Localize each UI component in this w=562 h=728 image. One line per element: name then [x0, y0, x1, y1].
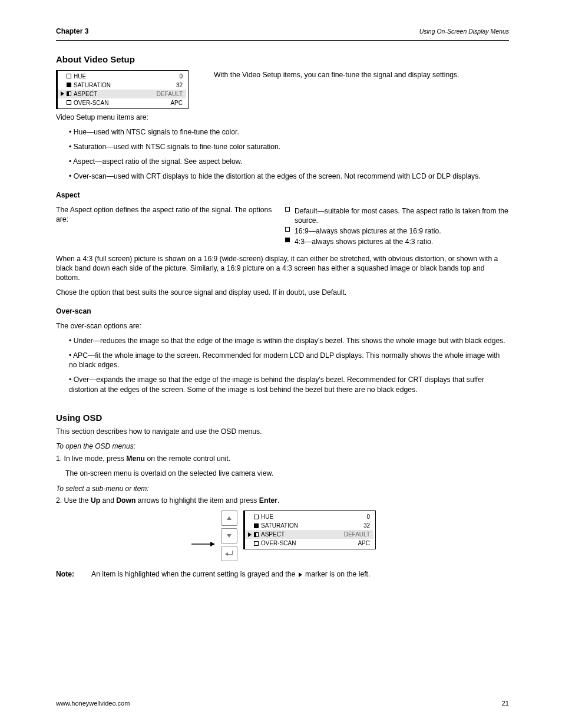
square-empty-icon	[254, 515, 259, 519]
square-half-icon	[254, 532, 259, 537]
osd-label: HUE	[74, 73, 177, 80]
step-1: 1. In live mode, press Menu on the remot…	[56, 454, 509, 463]
video-setup-intro: With the Video Setup items, you can fine…	[214, 70, 509, 80]
overscan-option-apc: • APC—fit the whole image to the screen.…	[69, 351, 509, 370]
osd-value: APC	[358, 539, 373, 547]
overscan-option-under: • Under—reduces the image so that the ed…	[69, 336, 509, 345]
menu-items-intro: Video Setup menu items are:	[56, 113, 509, 122]
triangle-up-icon	[227, 516, 232, 520]
chapter-label: Chapter 3	[56, 27, 88, 37]
enter-key[interactable]	[221, 546, 237, 561]
option-text: Default—suitable for most cases. The asp…	[295, 206, 509, 225]
osd-label: SATURATION	[261, 522, 361, 529]
square-empty-icon	[67, 100, 71, 105]
note-label: Note:	[56, 569, 83, 579]
osd-value: 0	[366, 513, 373, 521]
subhead-select-item: To select a sub-menu or item:	[56, 485, 509, 494]
osd-menu-figure: HUE 0 SATURATION 32 ASPECT DEFAULT	[56, 70, 189, 109]
step-2: 2. Use the Up and Down arrows to highlig…	[56, 496, 509, 505]
using-osd-intro: This section describes how to navigate a…	[56, 427, 509, 436]
bullet-saturation: • Saturation—used with NTSC signals to f…	[69, 142, 509, 151]
enter-icon	[226, 551, 233, 556]
page-header: Chapter 3 Using On-Screen Display Menus	[56, 27, 509, 41]
bullet-overscan: • Over-scan—used with CRT displays to hi…	[69, 172, 509, 181]
square-half-icon	[67, 91, 71, 96]
osd-row-hue: HUE 0	[58, 72, 186, 81]
square-empty-icon	[285, 227, 290, 232]
osd-value: DEFAULT	[344, 531, 373, 538]
osd-label: SATURATION	[74, 81, 174, 89]
aspect-note-2: Chose the option that best suits the sou…	[56, 288, 509, 297]
osd-label: ASPECT	[74, 90, 154, 98]
osd-row-hue: HUE 0	[245, 512, 373, 521]
bullet-aspect: • Aspect—aspect ratio of the signal. See…	[69, 157, 509, 166]
caret-right-icon	[299, 572, 302, 577]
caret-right-icon	[61, 91, 64, 96]
aspect-intro: The Aspect option defines the aspect rat…	[56, 205, 273, 224]
note-block: Note: An item is highlighted when the cu…	[56, 569, 509, 579]
osd-value: 32	[363, 522, 373, 529]
overscan-intro: The over-scan options are:	[56, 321, 509, 331]
osd-row-aspect: ASPECT DEFAULT	[58, 90, 186, 98]
osd-label: OVER-SCAN	[74, 99, 168, 107]
aspect-option-default: Default—suitable for most cases. The asp…	[285, 206, 509, 225]
square-empty-icon	[285, 207, 290, 212]
osd-label: OVER-SCAN	[261, 539, 355, 547]
osd-row-overscan: OVER-SCAN APC	[245, 539, 373, 548]
osd-row-saturation: SATURATION 32	[245, 521, 373, 530]
page-footer: www.honeywellvideo.com 21	[56, 699, 509, 708]
osd-value: APC	[170, 99, 186, 107]
down-key[interactable]	[221, 528, 237, 543]
option-text: 4:3—always shows pictures at the 4:3 rat…	[295, 237, 509, 246]
osd-row-overscan: OVER-SCAN APC	[58, 98, 186, 107]
osd-row-saturation: SATURATION 32	[58, 81, 186, 90]
osd-menu-figure-2: HUE 0 SATURATION 32 ASPECT DEFAULT	[243, 510, 376, 549]
chapter-subtitle: Using On-Screen Display Menus	[419, 28, 509, 36]
aspect-heading: Aspect	[56, 191, 80, 199]
square-filled-icon	[254, 523, 259, 528]
footer-link: www.honeywellvideo.com	[56, 699, 130, 708]
caret-right-icon	[248, 532, 252, 537]
osd-value: 0	[179, 73, 186, 80]
overscan-option-over: • Over—expands the image so that the edg…	[69, 375, 509, 394]
square-empty-icon	[254, 541, 259, 546]
overscan-heading: Over-scan	[56, 307, 91, 315]
square-empty-icon	[67, 74, 71, 78]
osd-value: DEFAULT	[157, 90, 186, 98]
subhead-open-osd: To open the OSD menus:	[56, 442, 509, 452]
section-title-using-osd: Using OSD	[56, 412, 509, 424]
square-filled-icon	[285, 238, 290, 242]
aspect-note: When a 4:3 (full screen) picture is show…	[56, 254, 509, 282]
arrow-keys	[221, 510, 237, 561]
osd-value: 32	[176, 81, 186, 89]
section-title-video-setup: About Video Setup	[56, 54, 509, 65]
triangle-down-icon	[227, 534, 232, 538]
osd-label: HUE	[261, 513, 364, 521]
aspect-option-43: 4:3—always shows pictures at the 4:3 rat…	[285, 237, 509, 246]
step-1-result: The on-screen menu is overlaid on the se…	[56, 469, 509, 478]
svg-marker-1	[210, 542, 215, 546]
bullet-hue: • Hue—used with NTSC signals to fine-tun…	[69, 127, 509, 137]
osd-row-aspect: ASPECT DEFAULT	[245, 530, 373, 539]
arrow-pointer	[191, 541, 215, 547]
square-filled-icon	[67, 83, 71, 87]
page-number: 21	[502, 699, 509, 708]
aspect-option-169: 16:9—always shows pictures at the 16:9 r…	[285, 226, 509, 236]
option-text: 16:9—always shows pictures at the 16:9 r…	[295, 226, 509, 236]
note-text: An item is highlighted when the current …	[91, 569, 370, 579]
up-key[interactable]	[221, 510, 237, 526]
osd-label: ASPECT	[261, 531, 342, 538]
